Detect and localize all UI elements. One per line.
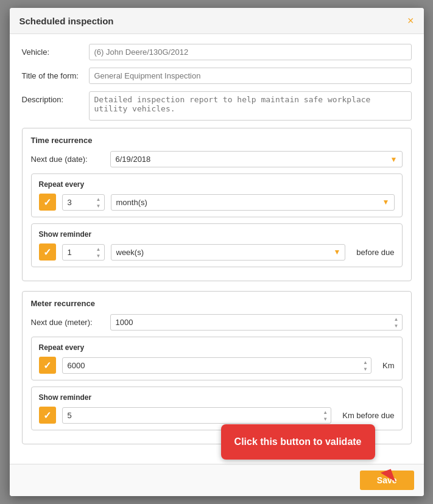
- title-label: Title of the form:: [22, 68, 89, 80]
- next-due-meter-down-btn[interactable]: ▼: [392, 323, 401, 329]
- next-due-meter-label: Next due (meter):: [31, 318, 110, 327]
- meter-reminder-number-wrapper: ▲ ▼: [62, 407, 332, 424]
- meter-repeat-every-label: Repeat every: [39, 343, 395, 352]
- time-reminder-check-icon: ✓: [43, 247, 51, 258]
- time-repeat-unit-select[interactable]: month(s) week(s) day(s): [111, 194, 395, 211]
- meter-reminder-check-row: ✓ ▲ ▼ Km before due: [39, 407, 395, 424]
- tooltip-bubble: Click this button to validate: [221, 424, 375, 460]
- time-repeat-number-wrapper: ▲ ▼: [62, 194, 105, 211]
- meter-reminder-checkbox[interactable]: ✓: [39, 407, 56, 424]
- time-recurrence-label: Time recurrence: [31, 136, 403, 145]
- time-reminder-up-btn[interactable]: ▲: [94, 246, 104, 252]
- modal-header: Scheduled inspection ×: [10, 8, 424, 34]
- time-repeat-every-box: Repeat every ✓ ▲ ▼ month(s): [31, 173, 403, 217]
- meter-repeat-checkbox[interactable]: ✓: [39, 357, 56, 374]
- next-due-meter-up-btn[interactable]: ▲: [392, 316, 401, 322]
- time-repeat-up-btn[interactable]: ▲: [94, 196, 104, 202]
- meter-reminder-down-btn[interactable]: ▼: [320, 416, 330, 422]
- next-due-meter-row: Next due (meter): ▲ ▼: [31, 314, 403, 331]
- time-reminder-check-row: ✓ ▲ ▼ week(s) day(s) ▼: [39, 243, 395, 261]
- meter-recurrence-section: Meter recurrence Next due (meter): ▲ ▼ R…: [22, 291, 412, 444]
- meter-before-due-text: Km before due: [342, 411, 394, 420]
- time-repeat-spin: ▲ ▼: [94, 196, 104, 209]
- meter-repeat-number-input[interactable]: [62, 357, 372, 374]
- description-label: Description:: [22, 91, 89, 104]
- next-due-date-row: Next due (date): 6/19/2018 ▼: [31, 151, 403, 167]
- time-reminder-checkbox[interactable]: ✓: [39, 243, 56, 261]
- next-due-date-wrapper: 6/19/2018 ▼: [110, 151, 403, 167]
- time-before-due-text: before due: [356, 248, 394, 257]
- description-input[interactable]: [89, 91, 412, 121]
- time-reminder-label: Show reminder: [39, 230, 395, 239]
- meter-repeat-check-row: ✓ ▲ ▼ Km: [39, 357, 395, 374]
- time-reminder-number-wrapper: ▲ ▼: [62, 244, 105, 261]
- description-row: Description:: [22, 91, 412, 121]
- time-recurrence-section: Time recurrence Next due (date): 6/19/20…: [22, 128, 412, 281]
- time-repeat-checkbox[interactable]: ✓: [39, 194, 56, 211]
- meter-repeat-check-icon: ✓: [43, 360, 51, 371]
- time-reminder-spin: ▲ ▼: [94, 246, 104, 259]
- meter-repeat-down-btn[interactable]: ▼: [361, 366, 370, 372]
- meter-reminder-check-icon: ✓: [43, 410, 51, 421]
- meter-repeat-km-label: Km: [382, 361, 395, 370]
- time-repeat-unit-wrapper: month(s) week(s) day(s) ▼: [111, 194, 395, 211]
- time-repeat-check-row: ✓ ▲ ▼ month(s) week(s) day(s): [39, 194, 395, 211]
- title-row: Title of the form:: [22, 68, 412, 84]
- meter-reminder-spin: ▲ ▼: [320, 409, 330, 422]
- modal-body: Vehicle: Title of the form: Description:…: [10, 34, 424, 464]
- scheduled-inspection-modal: Scheduled inspection × Vehicle: Title of…: [10, 8, 424, 496]
- meter-repeat-spin: ▲ ▼: [361, 359, 370, 372]
- vehicle-input[interactable]: [89, 44, 412, 60]
- vehicle-row: Vehicle:: [22, 44, 412, 60]
- meter-recurrence-label: Meter recurrence: [31, 299, 403, 308]
- time-reminder-unit-wrapper: week(s) day(s) ▼: [111, 244, 346, 261]
- tooltip-text: Click this button to validate: [234, 436, 362, 447]
- meter-reminder-label: Show reminder: [39, 393, 395, 402]
- time-reminder-box: Show reminder ✓ ▲ ▼ week(s): [31, 223, 403, 267]
- time-repeat-down-btn[interactable]: ▼: [94, 203, 104, 209]
- modal-title: Scheduled inspection: [19, 16, 114, 26]
- next-due-date-label: Next due (date):: [31, 155, 110, 164]
- next-due-meter-spin: ▲ ▼: [392, 316, 401, 329]
- time-reminder-down-btn[interactable]: ▼: [94, 253, 104, 259]
- time-reminder-unit-select[interactable]: week(s) day(s): [111, 244, 346, 261]
- meter-reminder-number-input[interactable]: [62, 407, 332, 424]
- title-input[interactable]: [89, 68, 412, 84]
- next-due-date-select[interactable]: 6/19/2018: [110, 151, 403, 167]
- vehicle-label: Vehicle:: [22, 44, 89, 57]
- meter-reminder-up-btn[interactable]: ▲: [320, 409, 330, 415]
- time-repeat-every-label: Repeat every: [39, 180, 395, 189]
- meter-repeat-up-btn[interactable]: ▲: [361, 359, 370, 365]
- meter-repeat-every-box: Repeat every ✓ ▲ ▼ Km: [31, 337, 403, 380]
- next-due-meter-input[interactable]: [110, 314, 403, 331]
- tooltip-container: Click this button to validate: [221, 424, 375, 460]
- close-button[interactable]: ×: [407, 15, 414, 26]
- next-due-meter-wrapper: ▲ ▼: [110, 314, 403, 331]
- meter-repeat-number-wrapper: ▲ ▼: [62, 357, 372, 374]
- modal-footer: Click this button to validate Save: [10, 464, 424, 496]
- time-repeat-check-icon: ✓: [43, 197, 51, 208]
